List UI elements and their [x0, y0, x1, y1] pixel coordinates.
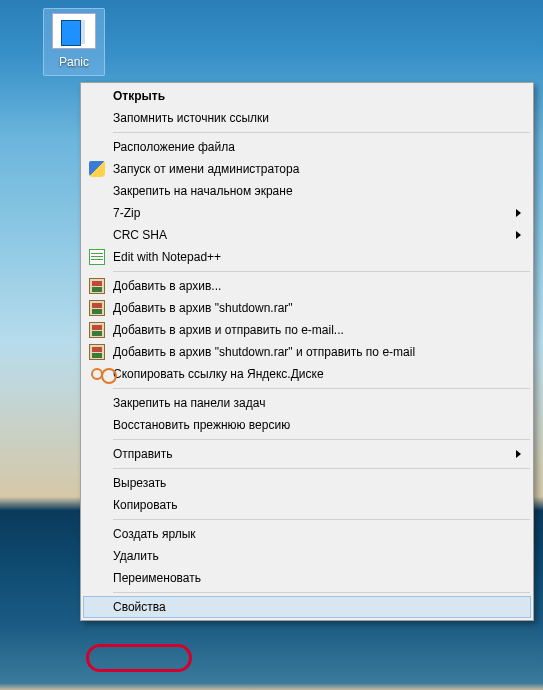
menu-pin-taskbar[interactable]: Закрепить на панели задач — [83, 392, 531, 414]
separator — [113, 519, 530, 520]
menu-rename[interactable]: Переименовать — [83, 567, 531, 589]
archive-icon — [89, 278, 105, 294]
archive-icon — [89, 300, 105, 316]
separator — [113, 388, 530, 389]
menu-7zip[interactable]: 7-Zip — [83, 202, 531, 224]
menu-open[interactable]: Открыть — [83, 85, 531, 107]
menu-run-as-admin[interactable]: Запуск от имени администратора — [83, 158, 531, 180]
menu-copy-yadisk-link[interactable]: Скопировать ссылку на Яндекс.Диске — [83, 363, 531, 385]
annotation-highlight — [86, 644, 192, 672]
separator — [113, 271, 530, 272]
separator — [113, 132, 530, 133]
menu-copy[interactable]: Копировать — [83, 494, 531, 516]
menu-send-to[interactable]: Отправить — [83, 443, 531, 465]
separator — [113, 468, 530, 469]
menu-crc-sha[interactable]: CRC SHA — [83, 224, 531, 246]
menu-restore-previous[interactable]: Восстановить прежнюю версию — [83, 414, 531, 436]
menu-file-location[interactable]: Расположение файла — [83, 136, 531, 158]
menu-edit-notepad[interactable]: Edit with Notepad++ — [83, 246, 531, 268]
menu-add-archive-named[interactable]: Добавить в архив "shutdown.rar" — [83, 297, 531, 319]
file-icon — [52, 13, 96, 49]
menu-remember-link-source[interactable]: Запомнить источник ссылки — [83, 107, 531, 129]
submenu-arrow-icon — [516, 231, 521, 239]
submenu-arrow-icon — [516, 450, 521, 458]
archive-icon — [89, 344, 105, 360]
desktop-shortcut-label: Panic — [52, 55, 96, 69]
context-menu: Открыть Запомнить источник ссылки Распол… — [80, 82, 534, 621]
menu-add-archive-email[interactable]: Добавить в архив и отправить по e-mail..… — [83, 319, 531, 341]
link-icon — [91, 368, 103, 380]
separator — [113, 592, 530, 593]
menu-properties[interactable]: Свойства — [83, 596, 531, 618]
menu-add-archive-named-email[interactable]: Добавить в архив "shutdown.rar" и отправ… — [83, 341, 531, 363]
menu-add-archive[interactable]: Добавить в архив... — [83, 275, 531, 297]
shield-icon — [89, 161, 105, 177]
separator — [113, 439, 530, 440]
desktop-shortcut[interactable]: Panic — [36, 8, 112, 76]
menu-pin-start[interactable]: Закрепить на начальном экране — [83, 180, 531, 202]
archive-icon — [89, 322, 105, 338]
menu-create-shortcut[interactable]: Создать ярлык — [83, 523, 531, 545]
submenu-arrow-icon — [516, 209, 521, 217]
menu-cut[interactable]: Вырезать — [83, 472, 531, 494]
menu-delete[interactable]: Удалить — [83, 545, 531, 567]
notepad-icon — [89, 249, 105, 265]
